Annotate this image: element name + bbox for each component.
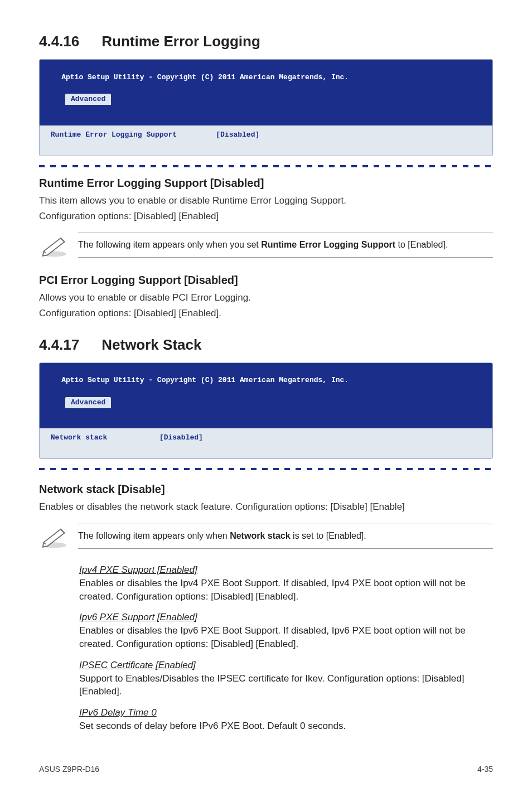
- bios-tab-advanced: Advanced: [65, 94, 111, 105]
- section-number: 4.4.16: [39, 31, 98, 51]
- sub-items: Ipv4 PXE Support [Enabled] Enables or di…: [39, 563, 493, 733]
- note-text-part: The following item appears only when you…: [78, 240, 261, 249]
- sub-item-desc: Enables or disables the Ipv6 PXE Boot Su…: [79, 624, 493, 651]
- bios-panel-runtime-error-logging: Aptio Setup Utility - Copyright (C) 2011…: [39, 59, 493, 156]
- paragraph: Enables or disables the network stack fe…: [39, 500, 493, 514]
- section-heading-4-4-17: 4.4.17 Network Stack: [39, 335, 493, 355]
- bios-body: Network stack [Disabled]: [40, 428, 492, 458]
- bios-row-label: Network stack: [46, 433, 107, 442]
- bios-row-value: [Disabled]: [216, 131, 259, 139]
- bios-header-text: Aptio Setup Utility - Copyright (C) 2011…: [61, 73, 349, 81]
- note-block: The following item appears only when Net…: [39, 524, 493, 553]
- subsection-rel-support: Runtime Error Logging Support [Disabled]: [39, 175, 493, 191]
- bios-header-text: Aptio Setup Utility - Copyright (C) 2011…: [61, 376, 349, 384]
- bios-header: Aptio Setup Utility - Copyright (C) 2011…: [40, 363, 492, 428]
- note-block: The following item appears only when you…: [39, 233, 493, 262]
- sub-item-title: IPSEC Certificate [Enabled]: [79, 659, 493, 672]
- note-text: The following item appears only when you…: [78, 233, 493, 257]
- bios-panel-network-stack: Aptio Setup Utility - Copyright (C) 2011…: [39, 363, 493, 459]
- pencil-icon: [39, 524, 78, 553]
- bios-row-label: Runtime Error Logging Support: [46, 131, 177, 139]
- note-strong: Runtime Error Logging Support: [261, 240, 395, 249]
- pencil-icon: [39, 233, 78, 262]
- note-strong: Network stack: [230, 531, 291, 540]
- sub-item-desc: Set seconds of delay before IPv6 PXE Boo…: [79, 719, 493, 733]
- bios-row-value: [Disabled]: [159, 433, 203, 442]
- sub-item-title: Ipv6 PXE Support [Enabled]: [79, 611, 493, 624]
- subsection-pci-support: PCI Error Logging Support [Disabled]: [39, 272, 493, 288]
- section-title: Runtime Error Logging: [101, 33, 260, 50]
- sub-item-title: Ipv4 PXE Support [Enabled]: [79, 563, 493, 577]
- note-text-part: is set to [Enabled].: [291, 531, 366, 540]
- note-text-part: The following item appears only when: [78, 531, 230, 540]
- paragraph: Configuration options: [Disabled] [Enabl…: [39, 307, 493, 320]
- paragraph: Allows you to enable or disable PCI Erro…: [39, 291, 493, 305]
- bios-row: Network stack [Disabled]: [46, 433, 486, 443]
- sub-item-title: IPv6 Delay Time 0: [79, 706, 493, 719]
- paragraph: This item allows you to enable or disabl…: [39, 194, 493, 207]
- footer-left: ASUS Z9PR-D16: [39, 764, 99, 775]
- bios-tab-advanced: Advanced: [65, 397, 111, 408]
- bios-row: Runtime Error Logging Support [Disabled]: [46, 130, 486, 140]
- paragraph: Configuration options: [Disabled] [Enabl…: [39, 210, 493, 223]
- sub-item-desc: Support to Enables/Disables the IPSEC ce…: [79, 672, 493, 699]
- footer-right: 4-35: [477, 764, 493, 775]
- subsection-network-stack: Network stack [Disable]: [39, 481, 493, 497]
- section-number: 4.4.17: [39, 335, 98, 355]
- section-heading-4-4-16: 4.4.16 Runtime Error Logging: [39, 31, 493, 51]
- bios-dashed-edge: [39, 165, 493, 167]
- note-text-part: to [Enabled].: [395, 240, 448, 249]
- bios-dashed-edge: [39, 468, 493, 470]
- bios-body: Runtime Error Logging Support [Disabled]: [40, 125, 492, 156]
- section-title: Network Stack: [101, 336, 201, 353]
- bios-header: Aptio Setup Utility - Copyright (C) 2011…: [40, 60, 492, 125]
- note-text: The following item appears only when Net…: [78, 524, 493, 548]
- page-footer: ASUS Z9PR-D16 4-35: [39, 764, 493, 775]
- sub-item-desc: Enables or disables the Ipv4 PXE Boot Su…: [79, 577, 493, 603]
